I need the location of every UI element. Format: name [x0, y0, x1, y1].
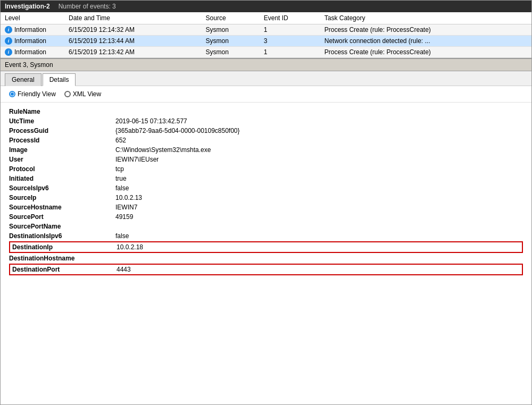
cell-datetime: 6/15/2019 12:14:32 AM [64, 24, 202, 36]
view-options: Friendly View XML View [1, 86, 531, 103]
cell-datetime: 6/15/2019 12:13:44 AM [64, 36, 202, 47]
prop-value: 4443 [117, 266, 131, 273]
prop-name: UtcTime [9, 117, 115, 125]
prop-name: SourceIsIpv6 [9, 184, 115, 192]
prop-value: true [115, 175, 127, 182]
detail-content: RuleNameUtcTime2019-06-15 07:13:42.577Pr… [1, 103, 531, 280]
col-source: Source [202, 12, 260, 24]
prop-name: Protocol [9, 165, 115, 173]
prop-name: Image [9, 146, 115, 154]
col-eventid: Event ID [260, 12, 320, 24]
table-row[interactable]: iInformation6/15/2019 12:13:44 AMSysmon3… [1, 36, 531, 47]
property-table: RuleNameUtcTime2019-06-15 07:13:42.577Pr… [1, 103, 531, 280]
prop-name: SourcePortName [9, 223, 115, 230]
event-detail-header: Event 3, Sysmon [1, 59, 531, 71]
cell-source: Sysmon [202, 24, 260, 36]
tab-general[interactable]: General [5, 73, 41, 86]
prop-name: DestinationIsIpv6 [9, 232, 115, 240]
cell-level: iInformation [1, 36, 64, 47]
level-text: Information [14, 48, 46, 56]
info-icon: i [5, 48, 12, 56]
col-taskcategory: Task Category [320, 12, 531, 24]
prop-value: 10.0.2.18 [117, 243, 143, 251]
prop-name: RuleName [9, 108, 115, 115]
col-datetime: Date and Time [64, 12, 202, 24]
prop-row: SourceIp10.0.2.13 [9, 193, 523, 203]
prop-name: Initiated [9, 175, 115, 182]
prop-value: 10.0.2.13 [115, 194, 142, 201]
prop-name: DestinationHostname [9, 255, 115, 262]
prop-name: ProcessGuid [9, 127, 115, 134]
xml-view-label: XML View [73, 90, 101, 98]
prop-value: IEWIN7\IEUser [115, 156, 159, 163]
cell-eventid: 3 [260, 36, 320, 47]
friendly-view-option[interactable]: Friendly View [9, 90, 56, 98]
main-window: Investigation-2 Number of events: 3 Leve… [0, 0, 532, 405]
cell-taskcategory: Process Create (rule: ProcessCreate) [320, 24, 531, 36]
prop-row: UserIEWIN7\IEUser [9, 155, 523, 164]
xml-view-radio[interactable] [64, 91, 71, 97]
cell-eventid: 1 [260, 47, 320, 58]
prop-row: UtcTime2019-06-15 07:13:42.577 [9, 116, 523, 126]
table-row[interactable]: iInformation6/15/2019 12:13:42 AMSysmon1… [1, 47, 531, 58]
cell-source: Sysmon [202, 47, 260, 58]
cell-source: Sysmon [202, 36, 260, 47]
xml-view-option[interactable]: XML View [64, 90, 101, 98]
prop-value: tcp [115, 165, 124, 173]
prop-value: 652 [115, 137, 126, 144]
level-text: Information [14, 26, 46, 33]
highlighted-prop-row: DestinationIp10.0.2.18 [9, 241, 523, 253]
friendly-view-radio[interactable] [9, 91, 15, 97]
prop-row: DestinationHostname [9, 254, 523, 263]
prop-row: SourceIsIpv6false [9, 183, 523, 193]
prop-value: false [115, 232, 129, 240]
cell-taskcategory: Process Create (rule: ProcessCreate) [320, 47, 531, 58]
highlighted-prop-row: DestinationPort4443 [9, 264, 523, 275]
events-table: Level Date and Time Source Event ID Task… [1, 12, 531, 58]
prop-row: Protocoltcp [9, 164, 523, 174]
prop-row: Initiatedtrue [9, 174, 523, 183]
prop-row: ProcessId652 [9, 136, 523, 145]
prop-row: RuleName [9, 107, 523, 116]
tabs-bar: General Details [1, 71, 531, 86]
event-detail-section: Event 3, Sysmon General Details Friendly… [1, 58, 531, 280]
prop-row: DestinationIsIpv6false [9, 231, 523, 241]
col-level: Level [1, 12, 64, 24]
event-count: Number of events: 3 [59, 3, 116, 10]
cell-taskcategory: Network connection detected (rule: ... [320, 36, 531, 47]
level-text: Information [14, 37, 46, 45]
cell-level: iInformation [1, 24, 64, 36]
prop-value: 49159 [115, 213, 133, 221]
prop-value: false [115, 184, 129, 192]
title-bar: Investigation-2 Number of events: 3 [1, 1, 531, 12]
prop-row: SourcePort49159 [9, 212, 523, 222]
window-title: Investigation-2 [5, 3, 50, 10]
prop-value: 2019-06-15 07:13:42.577 [115, 117, 187, 125]
prop-name: SourceHostname [9, 204, 115, 211]
prop-name: DestinationPort [10, 266, 117, 273]
prop-row: ProcessGuid{365abb72-9aa6-5d04-0000-0010… [9, 126, 523, 136]
prop-row: SourceHostnameIEWIN7 [9, 203, 523, 212]
info-icon: i [5, 37, 12, 45]
tab-details[interactable]: Details [43, 73, 76, 86]
prop-name: User [9, 156, 115, 163]
prop-name: SourceIp [9, 194, 115, 201]
prop-name: DestinationIp [10, 243, 117, 251]
prop-row: SourcePortName [9, 222, 523, 231]
prop-value: C:\Windows\System32\mshta.exe [115, 146, 211, 154]
table-header-row: Level Date and Time Source Event ID Task… [1, 12, 531, 24]
cell-datetime: 6/15/2019 12:13:42 AM [64, 47, 202, 58]
prop-name: SourcePort [9, 213, 115, 221]
cell-eventid: 1 [260, 24, 320, 36]
table-row[interactable]: iInformation6/15/2019 12:14:32 AMSysmon1… [1, 24, 531, 36]
events-table-container: Level Date and Time Source Event ID Task… [1, 12, 531, 58]
cell-level: iInformation [1, 47, 64, 58]
prop-value: IEWIN7 [115, 204, 137, 211]
prop-row: ImageC:\Windows\System32\mshta.exe [9, 145, 523, 155]
info-icon: i [5, 26, 12, 33]
friendly-view-label: Friendly View [18, 90, 56, 98]
prop-name: ProcessId [9, 137, 115, 144]
prop-value: {365abb72-9aa6-5d04-0000-00109c850f00} [115, 127, 240, 134]
